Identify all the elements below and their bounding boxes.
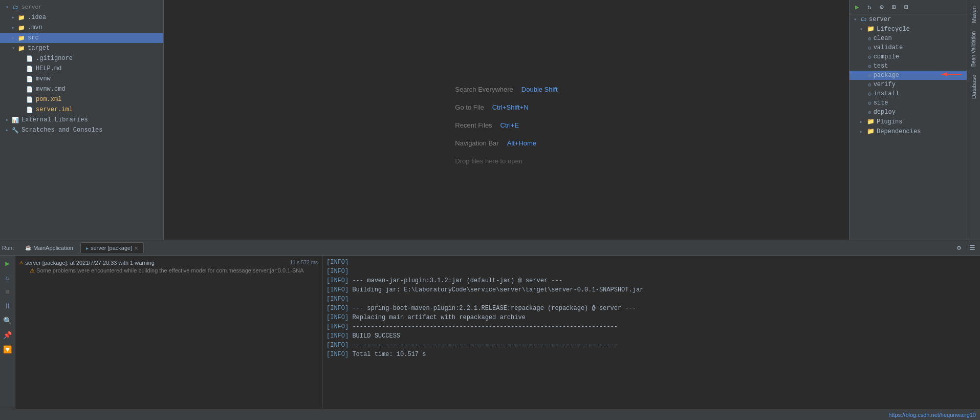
log-line-7: [INFO] ---------------------------------… [326, 322, 976, 331]
scratches-icon: 🔧 [11, 126, 19, 134]
lib-icon: 📊 [11, 116, 19, 124]
maven-label-server: server [869, 16, 891, 23]
tab-main-icon: ☕ [25, 245, 31, 250]
shortcut-label-recentfiles: Recent Files [455, 121, 492, 129]
console-pause-icon[interactable]: ⏸ [2, 301, 13, 312]
console-output: [INFO] [INFO] [INFO] --- maven-jar-plugi… [322, 256, 980, 409]
shortcut-label-gotofile: Go to File [455, 103, 484, 111]
tree-item-scratches[interactable]: ▸ 🔧 Scratches and Consoles [0, 125, 163, 135]
tab-server-package[interactable]: ▸ server [package] ✕ [80, 242, 144, 253]
gear-icon-site: ⚙ [868, 100, 872, 107]
maven-item-clean[interactable]: ⚙ clean [850, 34, 967, 43]
tree-label-server: server [21, 4, 42, 10]
drop-hint-text: Drop files here to open [455, 157, 522, 165]
editor-placeholder: Search Everywhere Double Shift Go to Fil… [164, 0, 849, 240]
console-play-icon[interactable]: ▶ [2, 258, 13, 269]
tree-label-mvnwcmd: mvnw.cmd [36, 86, 66, 93]
tree-item-helpmd[interactable]: ▸ 📄 HELP.md [0, 64, 163, 74]
console-layout-button[interactable]: ☰ [967, 242, 978, 254]
maven-item-server[interactable]: ▾ 🗂 server [850, 14, 967, 24]
project-tree: ▾ 🗂 server ▸ 📁 .idea ▸ 📁 .mvn ▸ 📁 src [0, 0, 164, 240]
maven-refresh-button[interactable]: ↻ [864, 2, 875, 13]
shortcut-label-navbar: Navigation Bar [455, 139, 498, 147]
tree-item-idea[interactable]: ▸ 📁 .idea [0, 12, 163, 23]
maven-panel: ▶ ↻ ⚙ ⊞ ⊟ ▾ 🗂 server ▾ 📁 Lifecycle ⚙ [849, 0, 967, 240]
console-rerun-icon[interactable]: ↻ [2, 272, 13, 283]
tree-label-mvn: .mvn [28, 24, 42, 31]
file-icon-pomxml: 📄 [26, 95, 34, 103]
maven-expand-button[interactable]: ⊞ [888, 2, 900, 13]
maven-item-compile[interactable]: ⚙ compile [850, 52, 967, 61]
maven-label-dependencies: Dependencies [877, 128, 921, 135]
tab-main-application[interactable]: ☕ MainApplication [20, 243, 78, 253]
warning-item[interactable]: ⚠ server [package]: at 2021/7/27 20:33 w… [15, 258, 322, 275]
file-icon-gitignore: 📄 [26, 54, 34, 62]
arrow-right-scratches: ▸ [4, 127, 10, 133]
console-settings-button[interactable]: ⚙ [953, 242, 965, 254]
warning-text: server [package]: at 2021/7/27 20:33 wit… [25, 260, 155, 266]
tree-item-mvnw[interactable]: ▸ 📄 mvnw [0, 74, 163, 84]
tree-item-gitignore[interactable]: ▸ 📄 .gitignore [0, 53, 163, 64]
tree-label-scratches: Scratches and Consoles [21, 127, 102, 134]
maven-item-install[interactable]: ⚙ install [850, 89, 967, 98]
log-line-0: [INFO] [326, 258, 976, 267]
folder-icon-idea: 📁 [17, 13, 26, 22]
status-url[interactable]: https://blog.csdn.net/hequnwang10 [888, 412, 976, 418]
tree-item-pomxml[interactable]: ▸ 📄 pom.xml [0, 94, 163, 104]
tree-label-src: src [28, 34, 39, 41]
file-icon-mvnwcmd: 📄 [26, 85, 34, 93]
maven-collapse-button[interactable]: ⊟ [901, 2, 912, 13]
tab-database[interactable]: Database [969, 71, 979, 103]
file-icon-helpmd: 📄 [26, 65, 34, 73]
gear-icon-compile: ⚙ [868, 54, 872, 60]
maven-run-button[interactable]: ▶ [852, 2, 863, 13]
gear-icon-deploy: ⚙ [868, 109, 872, 116]
console-pin-icon[interactable]: 📌 [2, 329, 13, 341]
tree-item-src[interactable]: ▸ 📁 src [0, 33, 163, 43]
console-stop-icon[interactable]: ■ [2, 286, 13, 298]
maven-item-validate[interactable]: ⚙ validate [850, 43, 967, 52]
console-filter-icon[interactable]: 🔽 [2, 344, 13, 355]
maven-item-deploy[interactable]: ⚙ deploy [850, 108, 967, 117]
console-search-icon[interactable]: 🔍 [2, 315, 13, 326]
maven-item-plugins[interactable]: ▸ 📁 Plugins [850, 117, 967, 127]
log-line-1: [INFO] [326, 267, 976, 276]
tree-item-server[interactable]: ▾ 🗂 server [0, 2, 163, 12]
tree-item-target[interactable]: ▾ 📁 target [0, 43, 163, 53]
tab-maven[interactable]: Maven [969, 2, 979, 27]
maven-toolbar: ▶ ↻ ⚙ ⊞ ⊟ [850, 0, 967, 14]
tab-server-icon: ▸ [86, 245, 89, 251]
maven-settings-button[interactable]: ⚙ [876, 2, 887, 13]
tree-item-extlibs[interactable]: ▸ 📊 External Libraries [0, 115, 163, 125]
tree-item-mvnwcmd[interactable]: ▸ 📄 mvnw.cmd [0, 84, 163, 94]
tab-bean-validation[interactable]: Bean Validation [969, 27, 978, 71]
shortcut-gotofile: Go to File Ctrl+Shift+N [455, 103, 557, 111]
gear-icon-validate: ⚙ [868, 45, 872, 51]
maven-label-install: install [874, 90, 899, 97]
maven-item-dependencies[interactable]: ▸ 📁 Dependencies [850, 127, 967, 136]
maven-item-site[interactable]: ⚙ site [850, 98, 967, 108]
shortcut-key-search: Double Shift [521, 86, 558, 93]
tree-label-pomxml: pom.xml [36, 96, 61, 103]
tab-main-label: MainApplication [33, 245, 73, 251]
tree-item-serverxml[interactable]: ▸ 📄 server.iml [0, 104, 163, 115]
run-label: Run: [2, 245, 14, 251]
shortcuts-list: Search Everywhere Double Shift Go to Fil… [455, 86, 557, 165]
maven-item-lifecycle[interactable]: ▾ 📁 Lifecycle [850, 24, 967, 34]
warning-detail-icon: ⚠ [30, 267, 35, 274]
tree-item-mvn[interactable]: ▸ 📁 .mvn [0, 23, 163, 33]
maven-plugins-icon: 📁 [867, 118, 875, 125]
log-line-5: [INFO] --- spring-boot-maven-plugin:2.2.… [326, 304, 976, 313]
console-toolbar-right: ⚙ ☰ [953, 242, 978, 254]
maven-item-test[interactable]: ⚙ test [850, 61, 967, 71]
maven-item-verify[interactable]: ⚙ verify [850, 80, 967, 89]
shortcut-key-navbar: Alt+Home [507, 139, 536, 147]
arrow-right-extlibs: ▸ [4, 117, 10, 123]
tree-label-serverxml: server.iml [36, 106, 73, 113]
tab-server-close[interactable]: ✕ [134, 245, 138, 251]
maven-lifecycle-icon: 📁 [867, 25, 875, 33]
log-line-10: [INFO] Total time: 10.517 s [326, 350, 976, 359]
maven-item-package[interactable]: ⚙ package [850, 71, 967, 80]
console-content: ▶ ↻ ■ ⏸ 🔍 📌 🔽 ⚠ server [package]: at 202… [0, 256, 980, 409]
maven-label-plugins: Plugins [877, 118, 902, 125]
